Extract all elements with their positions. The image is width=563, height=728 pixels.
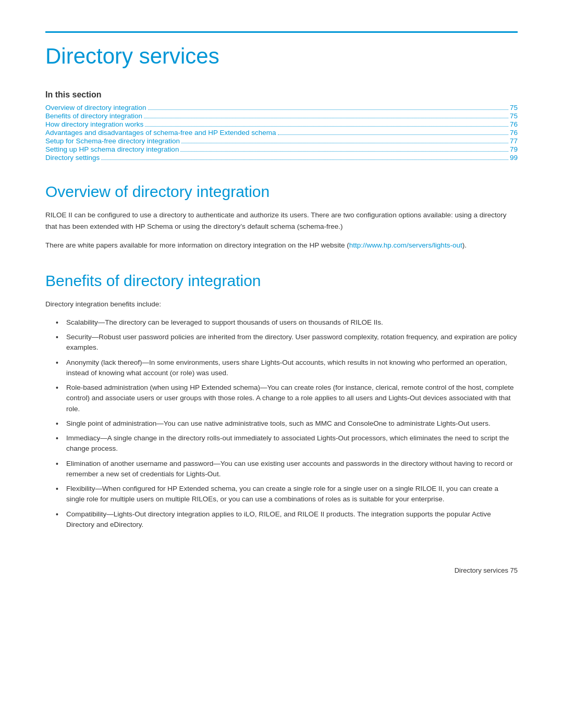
list-item: Role-based administration (when using HP… <box>56 382 518 414</box>
toc-page-number: 76 <box>510 129 518 137</box>
page-title: Directory services <box>45 43 518 69</box>
content-section-benefits: Benefits of directory integrationDirecto… <box>45 272 518 530</box>
toc-section: In this section Overview of directory in… <box>45 90 518 162</box>
list-item: Immediacy—A single change in the directo… <box>56 433 518 454</box>
toc-page-number: 75 <box>510 112 518 120</box>
toc-section-title: In this section <box>45 90 518 100</box>
toc-dots <box>181 143 508 143</box>
toc-entry: Advantages and disadvantages of schema-f… <box>45 129 518 137</box>
toc-dots <box>278 134 508 135</box>
body-paragraph: There are white papers available for mor… <box>45 240 518 251</box>
toc-entries: Overview of directory integration75Benef… <box>45 104 518 162</box>
toc-entry: Directory settings99 <box>45 154 518 162</box>
page-container: Directory services In this section Overv… <box>0 0 563 606</box>
toc-entry-text[interactable]: Overview of directory integration <box>45 104 146 112</box>
list-item: Scalability—The directory can be leverag… <box>56 317 518 328</box>
sections-container: Overview of directory integrationRILOE I… <box>45 182 518 530</box>
list-item: Security—Robust user password policies a… <box>56 332 518 353</box>
list-item: Single point of administration—You can u… <box>56 418 518 429</box>
toc-dots <box>145 126 508 127</box>
toc-dots <box>148 109 508 110</box>
body-paragraph: Directory integration benefits include: <box>45 299 518 310</box>
list-item: Anonymity (lack thereof)—In some environ… <box>56 357 518 379</box>
footer-text: Directory services 75 <box>455 566 518 574</box>
toc-entry: Setting up HP schema directory integrati… <box>45 145 518 153</box>
toc-page-number: 75 <box>510 104 518 112</box>
toc-entry: Benefits of directory integration75 <box>45 112 518 120</box>
body-paragraph: RILOE II can be configured to use a dire… <box>45 209 518 232</box>
toc-entry-text[interactable]: Setup for Schema-free directory integrat… <box>45 137 180 145</box>
toc-dots <box>180 151 508 152</box>
section-heading-benefits: Benefits of directory integration <box>45 272 518 290</box>
section-heading-overview: Overview of directory integration <box>45 182 518 201</box>
toc-entry: Setup for Schema-free directory integrat… <box>45 137 518 145</box>
footer: Directory services 75 <box>45 561 518 574</box>
list-item: Elimination of another username and pass… <box>56 459 518 480</box>
toc-entry-text[interactable]: Benefits of directory integration <box>45 112 142 120</box>
toc-entry-text[interactable]: Setting up HP schema directory integrati… <box>45 145 179 153</box>
list-item: Flexibility—When configured for HP Exten… <box>56 484 518 505</box>
toc-entry: How directory integration works76 <box>45 120 518 128</box>
toc-dots <box>144 118 508 118</box>
list-item: Compatibility—Lights-Out directory integ… <box>56 509 518 530</box>
toc-dots <box>101 159 508 160</box>
toc-page-number: 76 <box>510 120 518 128</box>
toc-entry-text[interactable]: How directory integration works <box>45 120 143 128</box>
content-section-overview: Overview of directory integrationRILOE I… <box>45 182 518 251</box>
hp-website-link[interactable]: http://www.hp.com/servers/lights-out <box>349 241 462 249</box>
toc-entry: Overview of directory integration75 <box>45 104 518 112</box>
toc-page-number: 77 <box>510 137 518 145</box>
toc-entry-text[interactable]: Advantages and disadvantages of schema-f… <box>45 129 276 137</box>
toc-entry-text[interactable]: Directory settings <box>45 154 100 162</box>
toc-page-number: 79 <box>510 145 518 153</box>
toc-page-number: 99 <box>510 154 518 162</box>
top-border <box>45 31 518 33</box>
bullet-list-benefits: Scalability—The directory can be leverag… <box>56 317 518 530</box>
